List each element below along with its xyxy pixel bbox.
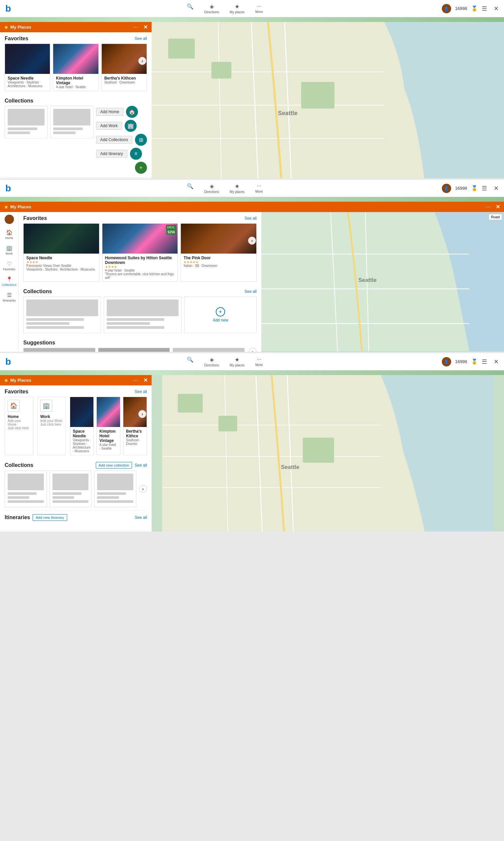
fav-card-needle-2[interactable]: Space Needle ★★★★ Panoramic Views Over S… [23, 223, 100, 282]
more-btn-1[interactable]: ··· More [255, 3, 263, 14]
plus-btn[interactable]: + [135, 162, 147, 174]
work-sub1-3: Add your Work [40, 419, 62, 423]
collection-card-2a[interactable] [23, 296, 101, 333]
search-icon-btn-3[interactable]: 🔍 [187, 357, 194, 367]
carousel-next-btn-coll-3[interactable]: › [139, 485, 147, 493]
fav-card-space-needle-1[interactable]: Space Needle Viewpoints · Skylines · Arc… [5, 44, 50, 91]
favorites-title-3: Favorites [5, 389, 28, 395]
add-home-icon[interactable]: 🏠 [126, 106, 138, 118]
panel-dots-1[interactable]: ··· [133, 25, 139, 30]
itineraries-nav-label: Itineraries [3, 299, 16, 302]
see-all-collections-2[interactable]: See all [244, 289, 257, 294]
myplaces-btn-3[interactable]: ★ My places [230, 357, 245, 367]
sidebar-item-collections[interactable]: 📍 Collections [0, 274, 18, 289]
collection-card-3c[interactable] [94, 470, 136, 507]
more-btn-2[interactable]: ··· More [255, 183, 263, 194]
suggestion-card-2a[interactable] [23, 348, 95, 352]
avatar-3[interactable]: 👤 [442, 357, 451, 366]
fav-card-kimpton-1[interactable]: Kimpton Hotel Vintage 4-star hotel · Sea… [53, 44, 98, 91]
bing-logo-3[interactable]: b [5, 357, 11, 367]
add-new-collection-btn-3[interactable]: Add new collection [96, 462, 132, 468]
collection-card-3b[interactable] [50, 470, 92, 507]
carousel-next-btn-3[interactable]: › [138, 410, 146, 418]
map-area-3[interactable]: Seattle [151, 375, 504, 532]
directions-btn-3[interactable]: ◈ Directions [204, 357, 219, 367]
work-sub2-3: Just click here [40, 423, 62, 426]
sidebar-item-work[interactable]: 🏢 Work [0, 243, 18, 257]
collection-card-1b[interactable] [50, 106, 93, 138]
fav-info-2b: Homewood Suites by Hilton Seattle Downto… [102, 254, 178, 281]
home-sub2-3: Just click here [8, 426, 30, 430]
collection-card-1a[interactable] [5, 106, 48, 138]
coll-ph-2a [26, 299, 98, 316]
bing-logo-1[interactable]: b [5, 3, 11, 14]
panel-star-icon-1: ★ [4, 24, 8, 30]
carousel-next-btn-1[interactable]: › [138, 57, 146, 65]
add-new-collection-card-2[interactable]: + Add new [184, 296, 257, 333]
close-btn-3[interactable]: ✕ [494, 358, 499, 365]
panel-close-2[interactable]: ✕ [496, 204, 500, 210]
avatar-2[interactable]: 👤 [442, 184, 451, 193]
add-collections-icon[interactable]: ⊞ [135, 134, 147, 146]
sidebar-item-favorites[interactable]: ♡ Favorites [0, 259, 18, 273]
search-icon-btn-1[interactable]: 🔍 [187, 3, 194, 14]
carousel-next-btn-2[interactable]: › [248, 237, 256, 245]
add-itinerary-icon[interactable]: ≡ [130, 148, 142, 160]
see-all-3[interactable]: See all [134, 389, 147, 394]
fav-card-name-2: Kimpton Hotel Vintage [56, 76, 95, 85]
panel-star-icon-3: ★ [4, 378, 8, 383]
hamburger-icon-1[interactable]: ☰ [482, 5, 487, 12]
myplaces-btn-2[interactable]: ★ My places [230, 183, 245, 194]
suggestion-card-2c[interactable] [173, 348, 245, 352]
collections-title-1: Collections [5, 98, 33, 104]
add-new-itinerary-btn-3[interactable]: Add new Itinerary [33, 514, 67, 521]
see-all-2[interactable]: See all [244, 216, 257, 221]
panel-dots-2[interactable]: ··· [486, 205, 491, 209]
fav-card-pinkdoor-2[interactable]: The Pink Door ★★★★★ Italian · $$ · Downt… [181, 223, 257, 282]
more-btn-3[interactable]: ··· More [255, 357, 263, 367]
bing-logo-2[interactable]: b [5, 183, 11, 194]
hamburger-icon-2[interactable]: ☰ [482, 185, 487, 192]
myplaces-btn-1[interactable]: ★ My places [230, 3, 245, 14]
collections-nav-icon: 📍 [6, 276, 13, 282]
home-card-3[interactable]: 🏠 Home Add your Home Just click here [5, 397, 33, 455]
fav-card-berthas-3[interactable]: Bertha's Kithce Seafood · Downto [123, 397, 147, 455]
map-area-1[interactable]: Seattle [151, 22, 504, 178]
see-all-1[interactable]: See all [134, 36, 147, 41]
avatar-1[interactable]: 👤 [442, 4, 451, 13]
directions-btn-2[interactable]: ◈ Directions [204, 183, 219, 194]
add-work-btn[interactable]: Add Work [96, 122, 122, 130]
fav-sub-2b: 4-star hotel · Seattle"Rooms are comfort… [105, 269, 175, 279]
fav-card-needle-3[interactable]: Space Needle Viewpoints · Skylines · Arc… [70, 397, 94, 455]
kimpton-img-3 [97, 397, 120, 427]
panel-dots-3[interactable]: ··· [133, 378, 139, 383]
topbar-right-1: 👤 16998 🏅 ☰ ✕ [442, 4, 499, 13]
close-btn-2[interactable]: ✕ [494, 185, 499, 192]
see-all-collections-3[interactable]: See all [134, 463, 147, 468]
panel-close-1[interactable]: ✕ [143, 24, 148, 30]
see-all-itineraries-3[interactable]: See all [134, 515, 147, 520]
sidebar-item-home[interactable]: 🏠 Home [0, 227, 18, 242]
map-area-2[interactable]: Road Seattle [261, 212, 504, 352]
add-home-btn[interactable]: Add Home [96, 108, 124, 116]
add-itinerary-btn[interactable]: Add Itinerary [96, 150, 127, 158]
panel-close-3[interactable]: ✕ [143, 377, 148, 383]
fav-name-2c: The Pink Door [183, 256, 254, 260]
add-work-icon[interactable]: 🏢 [125, 120, 137, 132]
collection-card-3a[interactable] [5, 470, 47, 507]
add-home-row: Add Home 🏠 [96, 106, 147, 118]
add-collections-btn[interactable]: Add Collections [96, 136, 132, 144]
fav-card-hilton-2[interactable]: DEAL $256 Homewood Suites by Hilton Seat… [102, 223, 178, 282]
directions-btn-1[interactable]: ◈ Directions [204, 3, 219, 14]
work-card-3[interactable]: 🏢 Work Add your Work Just click here [37, 397, 66, 455]
home-nav-icon: 🏠 [6, 229, 13, 236]
collection-card-2b[interactable] [104, 296, 181, 333]
close-btn-1[interactable]: ✕ [494, 5, 499, 12]
carousel-next-btn-sugg[interactable]: › [249, 348, 257, 352]
fav-card-kimpton-3[interactable]: Kimpton Hotel Vintage 4-star hotel · Sea… [96, 397, 120, 455]
sidebar-item-itineraries[interactable]: ☰ Itineraries [0, 290, 18, 304]
suggestion-card-2b[interactable] [98, 348, 170, 352]
search-icon-btn-2[interactable]: 🔍 [187, 183, 194, 194]
hamburger-icon-3[interactable]: ☰ [482, 358, 487, 365]
fav-card-berthas-1[interactable]: Bertha's Kithcen Seafood · Downtown [102, 44, 147, 91]
